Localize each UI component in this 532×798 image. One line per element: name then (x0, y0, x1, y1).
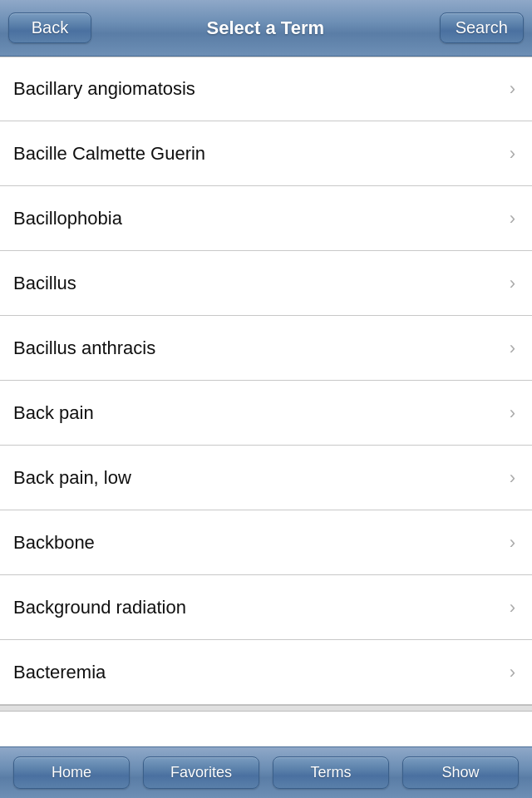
list-item-label: Back pain (13, 402, 94, 424)
list-item-label: Bacillus anthracis (13, 337, 155, 359)
term-list: Bacillary angiomatosis › Bacille Calmett… (0, 57, 532, 705)
tab-favorites[interactable]: Favorites (143, 756, 259, 789)
header: Back Select a Term Search (0, 0, 532, 57)
separator (0, 705, 532, 712)
list-item-label: Bacillus (13, 273, 76, 294)
list-item[interactable]: Backbone › (0, 510, 532, 575)
list-item[interactable]: Back pain, low › (0, 446, 532, 510)
list-item-label: Bacillary angiomatosis (13, 78, 195, 100)
chevron-right-icon: › (510, 532, 515, 554)
tab-terms[interactable]: Terms (273, 756, 389, 789)
list-item-label: Bacille Calmette Guerin (13, 143, 205, 165)
tab-home[interactable]: Home (13, 756, 130, 789)
list-item[interactable]: Bacillary angiomatosis › (0, 57, 532, 121)
tab-bar: HomeFavoritesTermsShow (0, 746, 532, 798)
list-item-label: Backbone (13, 532, 95, 554)
list-item-label: Bacteremia (13, 662, 106, 683)
list-item[interactable]: Bacillus anthracis › (0, 316, 532, 381)
chevron-right-icon: › (510, 273, 515, 294)
list-item-label: Background radiation (13, 597, 186, 618)
list-item-label: Back pain, low (13, 467, 131, 489)
list-item[interactable]: Bacillophobia › (0, 186, 532, 251)
chevron-right-icon: › (510, 337, 515, 359)
chevron-right-icon: › (510, 467, 515, 489)
chevron-right-icon: › (510, 597, 515, 618)
chevron-right-icon: › (510, 208, 515, 229)
list-item[interactable]: Back pain › (0, 381, 532, 446)
list-item[interactable]: Bacteremia › (0, 640, 532, 705)
search-button[interactable]: Search (440, 12, 524, 43)
list-item-label: Bacillophobia (13, 208, 122, 229)
chevron-right-icon: › (510, 78, 515, 100)
chevron-right-icon: › (510, 143, 515, 165)
list-item[interactable]: Bacille Calmette Guerin › (0, 121, 532, 186)
tab-show[interactable]: Show (402, 756, 519, 789)
chevron-right-icon: › (510, 402, 515, 424)
list-item[interactable]: Bacillus › (0, 251, 532, 316)
back-button[interactable]: Back (8, 12, 91, 43)
list-item[interactable]: Background radiation › (0, 575, 532, 640)
chevron-right-icon: › (510, 662, 515, 683)
page-title: Select a Term (91, 17, 440, 39)
